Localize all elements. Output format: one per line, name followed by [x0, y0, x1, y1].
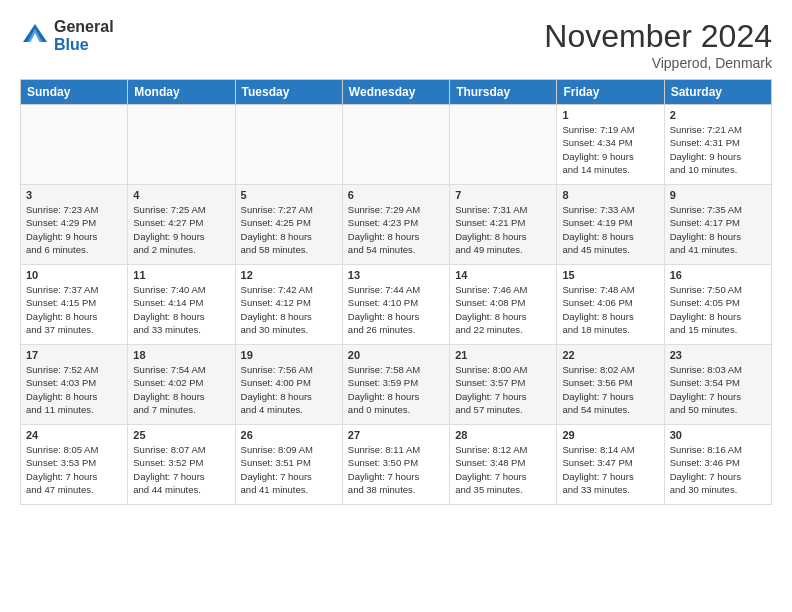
calendar-cell: 26Sunrise: 8:09 AM Sunset: 3:51 PM Dayli… — [235, 425, 342, 505]
day-info: Sunrise: 7:29 AM Sunset: 4:23 PM Dayligh… — [348, 203, 444, 256]
calendar-wrap: Sunday Monday Tuesday Wednesday Thursday… — [0, 79, 792, 515]
calendar-cell: 14Sunrise: 7:46 AM Sunset: 4:08 PM Dayli… — [450, 265, 557, 345]
day-info: Sunrise: 7:33 AM Sunset: 4:19 PM Dayligh… — [562, 203, 658, 256]
day-info: Sunrise: 8:16 AM Sunset: 3:46 PM Dayligh… — [670, 443, 766, 496]
day-number: 16 — [670, 269, 766, 281]
calendar-cell: 11Sunrise: 7:40 AM Sunset: 4:14 PM Dayli… — [128, 265, 235, 345]
calendar-cell: 19Sunrise: 7:56 AM Sunset: 4:00 PM Dayli… — [235, 345, 342, 425]
calendar-week-2: 3Sunrise: 7:23 AM Sunset: 4:29 PM Daylig… — [21, 185, 772, 265]
calendar-cell: 18Sunrise: 7:54 AM Sunset: 4:02 PM Dayli… — [128, 345, 235, 425]
day-number: 10 — [26, 269, 122, 281]
calendar-cell: 28Sunrise: 8:12 AM Sunset: 3:48 PM Dayli… — [450, 425, 557, 505]
day-info: Sunrise: 7:21 AM Sunset: 4:31 PM Dayligh… — [670, 123, 766, 176]
day-number: 3 — [26, 189, 122, 201]
day-number: 15 — [562, 269, 658, 281]
calendar-cell: 9Sunrise: 7:35 AM Sunset: 4:17 PM Daylig… — [664, 185, 771, 265]
day-info: Sunrise: 8:07 AM Sunset: 3:52 PM Dayligh… — [133, 443, 229, 496]
day-number: 26 — [241, 429, 337, 441]
day-number: 9 — [670, 189, 766, 201]
calendar-cell: 4Sunrise: 7:25 AM Sunset: 4:27 PM Daylig… — [128, 185, 235, 265]
calendar-cell: 12Sunrise: 7:42 AM Sunset: 4:12 PM Dayli… — [235, 265, 342, 345]
calendar-cell: 3Sunrise: 7:23 AM Sunset: 4:29 PM Daylig… — [21, 185, 128, 265]
day-number: 19 — [241, 349, 337, 361]
day-info: Sunrise: 7:31 AM Sunset: 4:21 PM Dayligh… — [455, 203, 551, 256]
calendar-cell — [450, 105, 557, 185]
day-number: 18 — [133, 349, 229, 361]
day-info: Sunrise: 8:03 AM Sunset: 3:54 PM Dayligh… — [670, 363, 766, 416]
location: Vipperod, Denmark — [544, 55, 772, 71]
day-number: 14 — [455, 269, 551, 281]
calendar-cell — [342, 105, 449, 185]
day-info: Sunrise: 7:44 AM Sunset: 4:10 PM Dayligh… — [348, 283, 444, 336]
calendar-cell: 16Sunrise: 7:50 AM Sunset: 4:05 PM Dayli… — [664, 265, 771, 345]
calendar-week-4: 17Sunrise: 7:52 AM Sunset: 4:03 PM Dayli… — [21, 345, 772, 425]
day-info: Sunrise: 8:14 AM Sunset: 3:47 PM Dayligh… — [562, 443, 658, 496]
calendar-cell: 7Sunrise: 7:31 AM Sunset: 4:21 PM Daylig… — [450, 185, 557, 265]
day-info: Sunrise: 8:02 AM Sunset: 3:56 PM Dayligh… — [562, 363, 658, 416]
calendar-week-5: 24Sunrise: 8:05 AM Sunset: 3:53 PM Dayli… — [21, 425, 772, 505]
day-number: 7 — [455, 189, 551, 201]
header: General Blue November 2024 Vipperod, Den… — [0, 0, 792, 79]
calendar-cell: 29Sunrise: 8:14 AM Sunset: 3:47 PM Dayli… — [557, 425, 664, 505]
calendar-cell — [235, 105, 342, 185]
calendar-cell: 24Sunrise: 8:05 AM Sunset: 3:53 PM Dayli… — [21, 425, 128, 505]
logo-text: General Blue — [54, 18, 114, 54]
calendar-cell: 22Sunrise: 8:02 AM Sunset: 3:56 PM Dayli… — [557, 345, 664, 425]
day-number: 29 — [562, 429, 658, 441]
calendar-cell: 27Sunrise: 8:11 AM Sunset: 3:50 PM Dayli… — [342, 425, 449, 505]
day-number: 25 — [133, 429, 229, 441]
weekday-sunday: Sunday — [21, 80, 128, 105]
day-info: Sunrise: 7:58 AM Sunset: 3:59 PM Dayligh… — [348, 363, 444, 416]
calendar-cell: 8Sunrise: 7:33 AM Sunset: 4:19 PM Daylig… — [557, 185, 664, 265]
weekday-tuesday: Tuesday — [235, 80, 342, 105]
calendar-cell: 13Sunrise: 7:44 AM Sunset: 4:10 PM Dayli… — [342, 265, 449, 345]
title-block: November 2024 Vipperod, Denmark — [544, 18, 772, 71]
day-number: 6 — [348, 189, 444, 201]
day-info: Sunrise: 7:25 AM Sunset: 4:27 PM Dayligh… — [133, 203, 229, 256]
day-number: 2 — [670, 109, 766, 121]
calendar-cell: 1Sunrise: 7:19 AM Sunset: 4:34 PM Daylig… — [557, 105, 664, 185]
day-info: Sunrise: 8:05 AM Sunset: 3:53 PM Dayligh… — [26, 443, 122, 496]
day-info: Sunrise: 7:46 AM Sunset: 4:08 PM Dayligh… — [455, 283, 551, 336]
day-number: 20 — [348, 349, 444, 361]
day-info: Sunrise: 7:48 AM Sunset: 4:06 PM Dayligh… — [562, 283, 658, 336]
calendar-cell: 17Sunrise: 7:52 AM Sunset: 4:03 PM Dayli… — [21, 345, 128, 425]
weekday-row: Sunday Monday Tuesday Wednesday Thursday… — [21, 80, 772, 105]
day-number: 13 — [348, 269, 444, 281]
calendar-cell: 21Sunrise: 8:00 AM Sunset: 3:57 PM Dayli… — [450, 345, 557, 425]
day-info: Sunrise: 7:27 AM Sunset: 4:25 PM Dayligh… — [241, 203, 337, 256]
calendar-cell: 25Sunrise: 8:07 AM Sunset: 3:52 PM Dayli… — [128, 425, 235, 505]
calendar-week-3: 10Sunrise: 7:37 AM Sunset: 4:15 PM Dayli… — [21, 265, 772, 345]
calendar-cell: 2Sunrise: 7:21 AM Sunset: 4:31 PM Daylig… — [664, 105, 771, 185]
weekday-thursday: Thursday — [450, 80, 557, 105]
day-number: 1 — [562, 109, 658, 121]
day-info: Sunrise: 8:00 AM Sunset: 3:57 PM Dayligh… — [455, 363, 551, 416]
month-title: November 2024 — [544, 18, 772, 55]
calendar-cell: 10Sunrise: 7:37 AM Sunset: 4:15 PM Dayli… — [21, 265, 128, 345]
calendar-cell: 15Sunrise: 7:48 AM Sunset: 4:06 PM Dayli… — [557, 265, 664, 345]
calendar-header: Sunday Monday Tuesday Wednesday Thursday… — [21, 80, 772, 105]
day-number: 28 — [455, 429, 551, 441]
day-info: Sunrise: 7:19 AM Sunset: 4:34 PM Dayligh… — [562, 123, 658, 176]
logo: General Blue — [20, 18, 114, 54]
day-number: 11 — [133, 269, 229, 281]
day-info: Sunrise: 7:23 AM Sunset: 4:29 PM Dayligh… — [26, 203, 122, 256]
day-number: 27 — [348, 429, 444, 441]
day-number: 30 — [670, 429, 766, 441]
page-container: General Blue November 2024 Vipperod, Den… — [0, 0, 792, 515]
calendar-cell — [21, 105, 128, 185]
calendar-cell: 30Sunrise: 8:16 AM Sunset: 3:46 PM Dayli… — [664, 425, 771, 505]
day-number: 5 — [241, 189, 337, 201]
day-number: 22 — [562, 349, 658, 361]
calendar-cell: 20Sunrise: 7:58 AM Sunset: 3:59 PM Dayli… — [342, 345, 449, 425]
calendar-body: 1Sunrise: 7:19 AM Sunset: 4:34 PM Daylig… — [21, 105, 772, 505]
day-number: 23 — [670, 349, 766, 361]
calendar-cell: 23Sunrise: 8:03 AM Sunset: 3:54 PM Dayli… — [664, 345, 771, 425]
calendar-cell — [128, 105, 235, 185]
logo-icon — [20, 21, 50, 51]
weekday-saturday: Saturday — [664, 80, 771, 105]
day-info: Sunrise: 7:54 AM Sunset: 4:02 PM Dayligh… — [133, 363, 229, 416]
calendar-cell: 6Sunrise: 7:29 AM Sunset: 4:23 PM Daylig… — [342, 185, 449, 265]
day-info: Sunrise: 8:09 AM Sunset: 3:51 PM Dayligh… — [241, 443, 337, 496]
day-info: Sunrise: 8:12 AM Sunset: 3:48 PM Dayligh… — [455, 443, 551, 496]
